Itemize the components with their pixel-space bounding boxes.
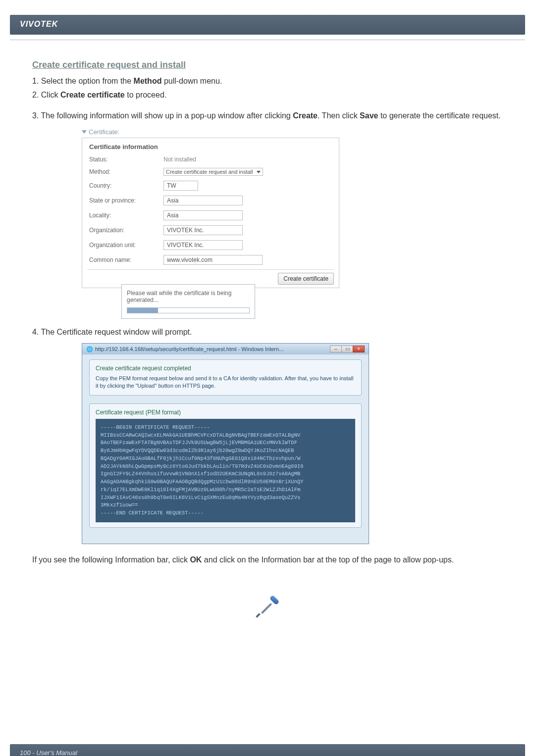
screwdriver-icon [253, 596, 282, 620]
country-input[interactable]: TW [163, 181, 198, 191]
page-footer: 100 - User's Manual [10, 744, 525, 756]
window-buttons: –▭× [330, 346, 365, 353]
close-button[interactable]: × [353, 346, 365, 353]
main-content: Create certificate request and install 1… [0, 60, 535, 622]
ie-globe-icon: 🌐 [86, 346, 93, 353]
cert-section-label: Certificate: [82, 128, 503, 136]
ie-titlebar: 🌐 http://192.168.4.168/setup/security/ce… [82, 344, 369, 354]
ie-body: Create certificate request completed Cop… [82, 354, 369, 544]
row-method: Method: Create certificate request and i… [82, 165, 339, 178]
label-method: Method: [89, 168, 163, 175]
pem-textarea[interactable]: -----BEGIN CERTIFICATE REQUEST-----MIIBs… [96, 419, 355, 522]
header-separator [10, 40, 525, 40]
create-certificate-button[interactable]: Create certificate [278, 273, 334, 285]
row-orgunit: Organization unit: VIVOTEK Inc. [82, 238, 339, 252]
step3-create: Create [293, 111, 318, 120]
progress-popup: Please wait while the certificate is bei… [121, 284, 255, 319]
chevron-down-icon [82, 130, 87, 134]
svg-rect-1 [261, 603, 272, 614]
value-status: Not installed [163, 156, 196, 163]
orgunit-input[interactable]: VIVOTEK Inc. [163, 240, 243, 250]
footer-text: 100 - User's Manual [20, 749, 77, 756]
method-select[interactable]: Create certificate request and install [163, 168, 263, 176]
row-org: Organization: VIVOTEK Inc. [82, 223, 339, 238]
step2-text-a: 2. Click [32, 91, 60, 99]
label-locality: Locality: [89, 212, 163, 219]
step2-create: Create certificate [60, 91, 125, 99]
locality-input[interactable]: Asia [163, 210, 243, 220]
step1-method: Method [134, 77, 162, 85]
step1-text-a: 1. Select the option from the [32, 77, 134, 85]
completed-legend: Create certificate request completed [96, 365, 355, 372]
progress-bar [127, 307, 250, 313]
step3-text-c: . Then click [318, 111, 360, 120]
label-status: Status: [89, 156, 163, 163]
step3-text-e: to generate the certificate request. [378, 111, 500, 120]
row-country: Country: TW [82, 178, 339, 193]
cert-panel-title: Certificate information [82, 138, 339, 153]
state-input[interactable]: Asia [163, 196, 243, 205]
chevron-down-icon [257, 171, 261, 173]
row-state: State or province: Asia [82, 193, 339, 208]
method-select-value: Create certificate request and install [166, 169, 253, 175]
svg-rect-2 [256, 613, 261, 618]
instruction-text: Copy the PEM format request below and se… [96, 375, 355, 390]
step2-text-c: to proceed. [125, 91, 167, 99]
tool-illustration [32, 596, 503, 622]
info-paragraph: If you see the following Information bar… [32, 554, 503, 566]
row-locality: Locality: Asia [82, 208, 339, 223]
maximize-button[interactable]: ▭ [341, 346, 353, 353]
step-1: 1. Select the option from the Method pul… [32, 75, 503, 87]
step3-text-a: 3. The following information will show u… [32, 111, 293, 120]
label-country: Country: [89, 182, 163, 189]
section-title: Create certificate request and install [32, 60, 503, 70]
label-cn: Common name: [89, 256, 163, 263]
progress-fill [127, 308, 158, 313]
certificate-panel-wrap: Certificate: Certificate information Sta… [82, 128, 503, 319]
info-text-c: and click on the Information bar at the … [202, 555, 454, 564]
row-status: Status: Not installed [82, 153, 339, 165]
minimize-button[interactable]: – [330, 346, 342, 353]
step3-save: Save [360, 111, 378, 120]
label-state: State or province: [89, 197, 163, 204]
cert-label-text: Certificate: [89, 128, 119, 136]
step-4: 4. The Certificate request window will p… [32, 326, 503, 338]
pem-legend: Certificate request (PEM format) [96, 409, 355, 416]
certificate-panel: Certificate information Status: Not inst… [82, 138, 339, 288]
step1-text-c: pull-down menu. [161, 77, 222, 85]
ie-window: 🌐 http://192.168.4.168/setup/security/ce… [82, 343, 369, 544]
brand-title: VIVOTEK [20, 20, 58, 28]
cn-input[interactable]: www.vivotek.com [163, 255, 263, 265]
pem-group: Certificate request (PEM format) -----BE… [89, 403, 362, 528]
completed-group: Create certificate request completed Cop… [89, 359, 362, 396]
row-cn: Common name: www.vivotek.com [82, 252, 339, 267]
org-input[interactable]: VIVOTEK Inc. [163, 225, 243, 235]
step-2: 2. Click Create certificate to proceed. [32, 89, 503, 101]
info-text-a: If you see the following Information bar… [32, 555, 190, 564]
ie-title-text: http://192.168.4.168/setup/security/cert… [95, 346, 330, 352]
progress-text: Please wait while the certificate is bei… [127, 290, 250, 303]
label-orgunit: Organization unit: [89, 242, 163, 249]
step-3: 3. The following information will show u… [32, 110, 503, 122]
page-header: VIVOTEK [10, 15, 525, 35]
panel-separator [87, 269, 334, 270]
label-org: Organization: [89, 227, 163, 234]
info-ok: OK [190, 555, 202, 564]
